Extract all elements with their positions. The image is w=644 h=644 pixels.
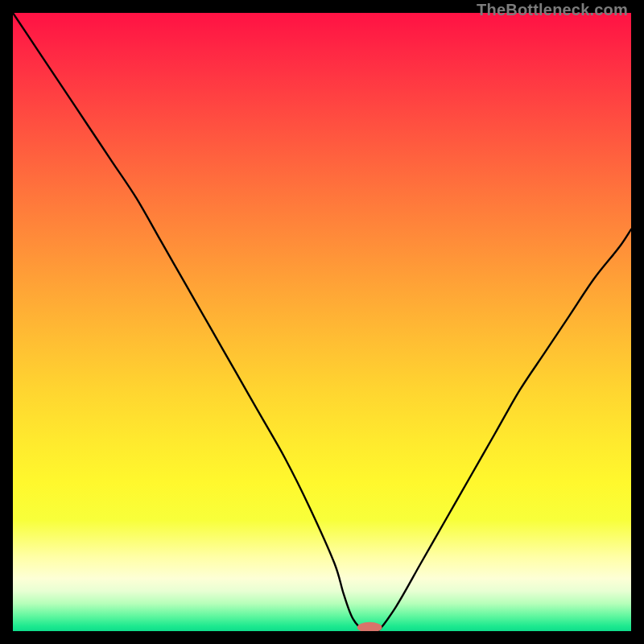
watermark-text: TheBottleneck.com <box>477 1 628 19</box>
chart-stage: TheBottleneck.com <box>0 0 644 644</box>
gradient-background <box>13 13 631 631</box>
chart-svg <box>13 13 631 631</box>
plot-area <box>13 13 631 631</box>
